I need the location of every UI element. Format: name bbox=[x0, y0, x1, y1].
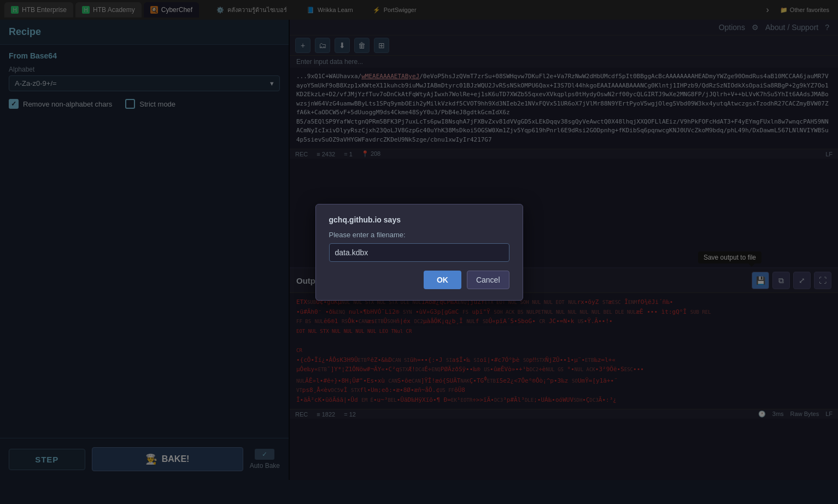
modal-label: Please enter a filename: bbox=[329, 231, 509, 239]
modal-cancel-button[interactable]: Cancel bbox=[467, 271, 509, 289]
modal-overlay: gchq.github.io says Please enter a filen… bbox=[0, 0, 838, 504]
filename-input[interactable] bbox=[329, 243, 509, 262]
modal-dialog: gchq.github.io says Please enter a filen… bbox=[315, 204, 523, 301]
modal-title: gchq.github.io says bbox=[329, 215, 509, 224]
modal-buttons: OK Cancel bbox=[329, 271, 509, 289]
modal-ok-button[interactable]: OK bbox=[424, 271, 461, 289]
